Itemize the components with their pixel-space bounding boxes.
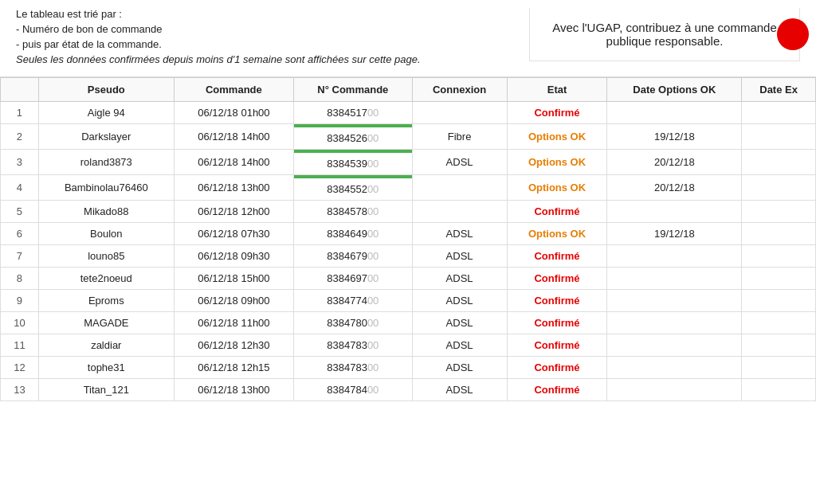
row-index: 9	[1, 290, 39, 312]
order-num-suffix: 00	[367, 295, 379, 307]
top-section: Le tableau est trié par : - Numéro de bo…	[0, 0, 816, 77]
row-date-ex	[742, 201, 816, 223]
sort-title: Le tableau est trié par :	[16, 8, 529, 20]
orders-table: Pseudo Commande N° Commande Connexion Et…	[0, 77, 816, 401]
order-num-main: 8384784	[327, 384, 367, 396]
row-index: 11	[1, 334, 39, 357]
order-num-main: 8384774	[327, 295, 367, 307]
row-index: 4	[1, 175, 39, 201]
row-connexion	[412, 201, 507, 223]
row-connexion: ADSL	[412, 223, 507, 245]
row-pseudo: Mikado88	[38, 201, 174, 223]
row-index: 3	[1, 150, 39, 175]
row-date-ex	[742, 150, 816, 175]
row-commande: 06/12/18 14h00	[174, 150, 293, 175]
row-date-ex	[742, 223, 816, 245]
row-etat: Options OK	[507, 175, 607, 201]
row-etat: Options OK	[507, 150, 607, 175]
row-etat: Confirmé	[507, 201, 607, 223]
row-num-commande: 838464900	[294, 223, 413, 245]
row-num-commande: 838452600	[294, 124, 413, 150]
row-commande: 06/12/18 13h00	[174, 175, 293, 201]
row-date-ex	[742, 102, 816, 124]
row-commande: 06/12/18 07h30	[174, 223, 293, 245]
row-num-commande: 838478400	[294, 379, 413, 401]
sort-note: Seules les données confirmées depuis moi…	[16, 53, 529, 65]
row-connexion: Fibre	[412, 124, 507, 150]
col-index	[1, 78, 39, 102]
table-header-row: Pseudo Commande N° Commande Connexion Et…	[1, 78, 816, 102]
order-num-suffix: 00	[367, 205, 379, 217]
row-pseudo: Bambinolau76460	[38, 175, 174, 201]
col-connexion: Connexion	[412, 78, 507, 102]
row-date-ex	[742, 268, 816, 290]
row-num-commande: 838477400	[294, 290, 413, 312]
row-date-ex	[742, 312, 816, 334]
row-index: 8	[1, 268, 39, 290]
ugap-banner: Avec l'UGAP, contribuez à une commande p…	[529, 8, 800, 61]
row-commande: 06/12/18 09h00	[174, 290, 293, 312]
table-container: Pseudo Commande N° Commande Connexion Et…	[0, 77, 816, 401]
row-commande: 06/12/18 12h30	[174, 334, 293, 357]
row-num-commande: 838453900	[294, 150, 413, 175]
row-index: 10	[1, 312, 39, 334]
row-etat: Confirmé	[507, 312, 607, 334]
row-connexion: ADSL	[412, 268, 507, 290]
row-pseudo: Aigle 94	[38, 102, 174, 124]
table-row: 3roland387306/12/18 14h00838453900ADSLOp…	[1, 150, 816, 175]
order-num-main: 8384679	[327, 250, 367, 262]
row-date-options-ok	[607, 102, 742, 124]
row-num-commande: 838467900	[294, 245, 413, 268]
row-pseudo: louno85	[38, 245, 174, 268]
row-etat: Confirmé	[507, 268, 607, 290]
table-row: 9Eproms06/12/18 09h00838477400ADSLConfir…	[1, 290, 816, 312]
table-row: 11zaldiar06/12/18 12h30838478300ADSLConf…	[1, 334, 816, 357]
table-row: 13Titan_12106/12/18 13h00838478400ADSLCo…	[1, 379, 816, 401]
col-date-options-ok: Date Options OK	[607, 78, 742, 102]
order-num-suffix: 00	[367, 183, 379, 195]
row-commande: 06/12/18 15h00	[174, 268, 293, 290]
order-num-main: 8384780	[327, 317, 367, 329]
table-row: 10MAGADE06/12/18 11h00838478000ADSLConfi…	[1, 312, 816, 334]
row-date-ex	[742, 245, 816, 268]
order-num-suffix: 00	[367, 317, 379, 329]
row-etat: Options OK	[507, 223, 607, 245]
order-num-main: 8384783	[327, 339, 367, 351]
ugap-text: Avec l'UGAP, contribuez à une commande p…	[546, 21, 783, 48]
row-pseudo: Titan_121	[38, 379, 174, 401]
col-num-commande: N° Commande	[294, 78, 413, 102]
row-date-options-ok: 19/12/18	[607, 223, 742, 245]
table-row: 6Boulon06/12/18 07h30838464900ADSLOption…	[1, 223, 816, 245]
row-date-ex	[742, 175, 816, 201]
row-num-commande: 838478300	[294, 357, 413, 379]
row-commande: 06/12/18 09h30	[174, 245, 293, 268]
row-num-commande: 838455200	[294, 175, 413, 201]
row-num-commande: 838451700	[294, 102, 413, 124]
row-num-commande: 838478300	[294, 334, 413, 357]
row-etat: Confirmé	[507, 290, 607, 312]
order-num-main: 8384649	[327, 228, 367, 240]
row-etat: Confirmé	[507, 334, 607, 357]
row-date-options-ok	[607, 334, 742, 357]
row-date-options-ok	[607, 312, 742, 334]
row-pseudo: Darkslayer	[38, 124, 174, 150]
sort-line2: - Numéro de bon de commande	[16, 23, 529, 35]
col-commande: Commande	[174, 78, 293, 102]
table-row: 7louno8506/12/18 09h30838467900ADSLConfi…	[1, 245, 816, 268]
row-date-options-ok	[607, 268, 742, 290]
row-connexion: ADSL	[412, 290, 507, 312]
row-connexion: ADSL	[412, 245, 507, 268]
col-pseudo: Pseudo	[38, 78, 174, 102]
row-index: 2	[1, 124, 39, 150]
row-pseudo: Boulon	[38, 223, 174, 245]
order-num-suffix: 00	[367, 250, 379, 262]
row-pseudo: MAGADE	[38, 312, 174, 334]
row-pseudo: tete2noeud	[38, 268, 174, 290]
row-connexion: ADSL	[412, 334, 507, 357]
row-commande: 06/12/18 12h15	[174, 357, 293, 379]
row-etat: Confirmé	[507, 102, 607, 124]
row-etat: Options OK	[507, 124, 607, 150]
order-num-suffix: 00	[367, 339, 379, 351]
sort-line3: - puis par état de la commande.	[16, 38, 529, 50]
row-index: 1	[1, 102, 39, 124]
